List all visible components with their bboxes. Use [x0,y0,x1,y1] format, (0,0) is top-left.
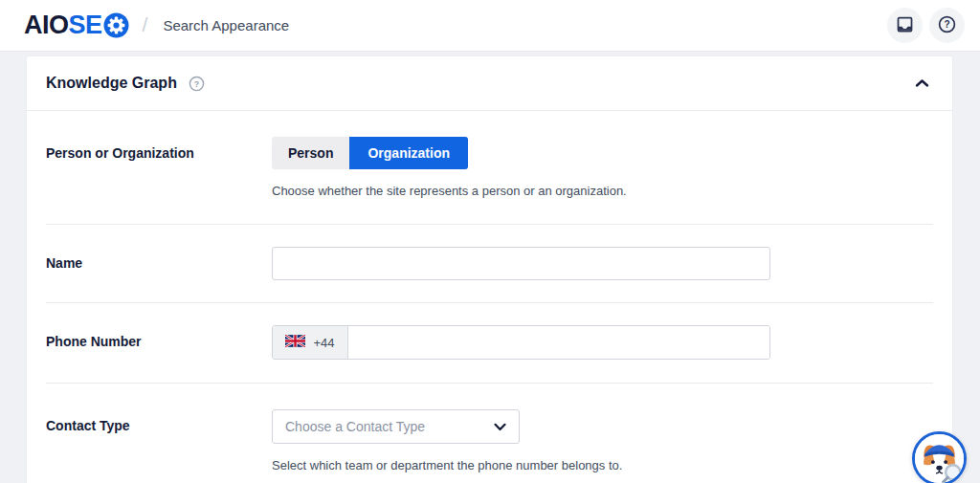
field-label: Contact Type [46,409,272,472]
section-title: Knowledge Graph [46,75,177,92]
svg-text:?: ? [944,19,949,30]
breadcrumb: Search Appearance [163,17,289,33]
inbox-icon [895,14,915,37]
top-bar: AIOSE / Search Appearance [0,0,980,52]
field-description: Choose whether the site represents a per… [272,184,627,198]
question-icon: ? [937,14,957,37]
logo-text-aio: AIO [24,12,69,38]
chevron-down-icon [494,418,506,435]
field-label: Person or Organization [46,137,272,198]
person-toggle-button[interactable]: Person [272,137,349,169]
knowledge-graph-header: Knowledge Graph ? [27,56,952,111]
help-button[interactable]: ? [929,8,965,43]
chevron-up-icon [915,77,929,91]
person-organization-toggle: Person Organization [272,137,468,169]
knowledge-graph-card: Knowledge Graph ? Person or Organization [26,55,953,483]
field-label: Phone Number [46,325,272,360]
name-input[interactable] [272,247,770,280]
organization-toggle-button[interactable]: Organization [349,137,468,169]
field-row-person-or-organization: Person or Organization Person Organizati… [46,111,933,225]
phone-number-input[interactable] [348,326,769,359]
country-code-selector[interactable]: +44 [273,326,348,359]
section-help-icon[interactable]: ? [189,76,205,92]
notifications-button[interactable] [887,8,923,43]
collapse-section-button[interactable] [910,72,933,95]
page: AIOSE / Search Appearance [0,0,980,483]
aioseo-logo[interactable]: AIOSE [24,12,129,38]
field-row-contact-type: Contact Type Choose a Contact Type Selec… [46,384,933,482]
field-label: Name [46,247,272,280]
phone-input-group: +44 [272,325,770,360]
aioseo-mascot-help-button[interactable] [912,431,967,483]
logo-gear-icon [102,12,129,38]
logo-text-se: SE [69,12,102,38]
field-control: Person Organization Choose whether the s… [272,137,627,198]
field-control: Choose a Contact Type Select which team … [272,409,622,472]
breadcrumb-separator: / [143,13,148,36]
field-row-phone-number: Phone Number [46,303,933,384]
select-placeholder: Choose a Contact Type [285,419,425,434]
field-row-name: Name [46,225,933,303]
dial-code: +44 [313,336,334,350]
field-description: Select which team or department the phon… [272,458,622,472]
field-control [272,247,770,280]
field-control: +44 [272,325,770,360]
uk-flag-icon [285,334,305,351]
dog-mascot-icon [915,434,964,483]
contact-type-select[interactable]: Choose a Contact Type [272,409,520,444]
svg-text:?: ? [194,78,199,88]
